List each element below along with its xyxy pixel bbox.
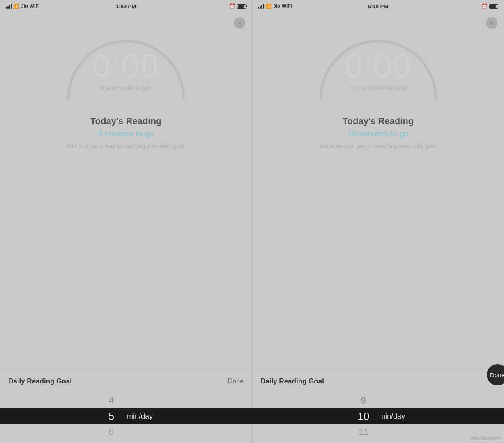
reading-title-left: Today's Reading [67,116,185,127]
signal-icon [6,4,12,9]
reading-info-right: Today's Reading 10 minutes to go You're … [306,116,450,149]
reading-desc-right: You're on your way to reaching your dail… [319,143,437,149]
reading-title-right: Today's Reading [319,116,437,127]
status-left-right: 📶 Jio WiFi [258,3,292,9]
picker-item: 6 [99,424,124,440]
picker-item: 9 [351,393,376,408]
reading-info-left: Today's Reading 5 minutes to go You're o… [54,116,198,149]
bottom-sheet-left: Daily Reading Goal Done 3 4 5 6 7 min/da… [0,371,252,443]
signal-icon-right [258,4,264,9]
bottom-header-right: Daily Reading Goal Done [252,371,504,390]
status-right-left: ⏰ [229,3,246,9]
done-button-left[interactable]: Done [228,378,244,385]
picker-column-left: 3 4 5 6 7 [99,390,124,443]
picker-item: 11 [351,424,376,440]
screens-container: 📶 Jio WiFi 1:09 PM ⏰ ✕ 0:00 of your 5-mi… [0,0,504,443]
picker-item: 4 [99,393,124,408]
bottom-header-left: Daily Reading Goal Done [0,371,252,390]
battery-icon [237,4,246,9]
wifi-icon-right: 📶 [266,4,272,9]
picker-unit-left: min/day [127,408,153,424]
reading-minutes-right: 10 minutes to go [319,129,437,138]
reading-desc-left: You're on your way to reaching your dail… [67,143,185,149]
arc-area-right: 0:00 of your 10-minute goal Today's Read… [252,12,504,371]
timer-value-left: 0:00 [92,49,160,82]
status-bar-right: 📶 Jio WiFi 5:18 PM ⏰ [252,0,504,12]
wifi-icon: 📶 [14,4,19,9]
picker-right[interactable]: 8 9 10 11 12 min/day [252,390,504,443]
picker-unit-right: min/day [379,408,405,424]
time-label-right: 5:18 PM [368,3,388,9]
status-right-right: ⏰ [481,3,498,9]
reading-minutes-left: 5 minutes to go [67,129,185,138]
timer-block-left: 0:00 of your 5-minute goal [92,49,160,91]
alarm-icon: ⏰ [229,3,235,9]
alarm-icon-right: ⏰ [481,3,488,9]
picker-column-right: 8 9 10 11 12 [351,390,376,443]
watermark: www.deuaq.com [471,436,501,441]
carrier-label-right: Jio WiFi [273,3,292,9]
time-label-left: 1:09 PM [116,3,136,9]
bottom-sheet-right: Daily Reading Goal Done 8 9 10 11 12 min… [252,371,504,443]
picker-item: 7 [99,440,124,443]
done-button-right[interactable]: Done [487,364,504,385]
picker-item: 8 [351,390,376,393]
timer-subtitle-left: of your 5-minute goal [92,85,160,91]
bottom-title-left: Daily Reading Goal [8,377,72,385]
screen-right: 📶 Jio WiFi 5:18 PM ⏰ ✕ 0:00 of your 10-m… [252,0,504,443]
status-left: 📶 Jio WiFi [6,3,40,9]
picker-item: 12 [351,440,376,443]
picker-item: 3 [99,390,124,393]
picker-selected-left: 5 [99,408,124,424]
battery-icon-right [489,4,498,9]
carrier-label: Jio WiFi [21,3,40,9]
picker-selected-right: 10 [351,408,376,424]
close-button-right[interactable]: ✕ [486,17,497,29]
arc-area-left: 0:00 of your 5-minute goal Today's Readi… [0,12,252,371]
picker-highlight-right [252,408,504,424]
timer-value-right: 0:00 [345,49,412,82]
picker-highlight-left [0,408,252,424]
timer-subtitle-right: of your 10-minute goal [345,85,412,91]
picker-left[interactable]: 3 4 5 6 7 min/day [0,390,252,443]
bottom-title-right: Daily Reading Goal [260,377,324,385]
screen-left: 📶 Jio WiFi 1:09 PM ⏰ ✕ 0:00 of your 5-mi… [0,0,252,443]
status-bar-left: 📶 Jio WiFi 1:09 PM ⏰ [0,0,252,12]
timer-block-right: 0:00 of your 10-minute goal [345,49,412,91]
close-button-left[interactable]: ✕ [234,17,245,29]
